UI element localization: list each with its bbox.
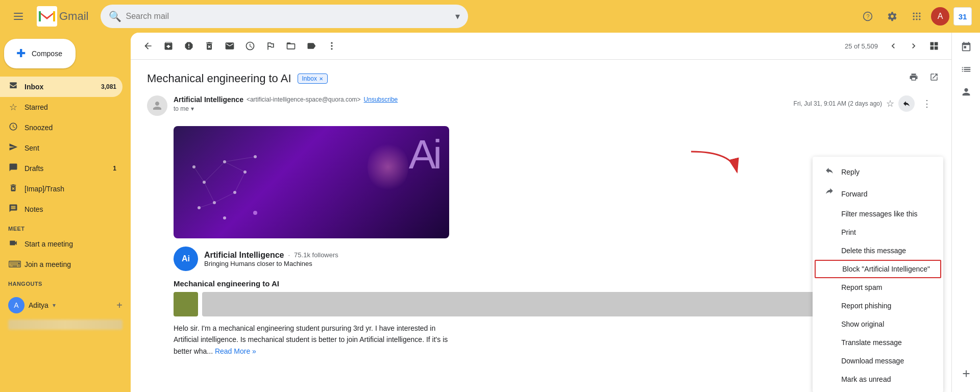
start-meeting-label: Start a meeting: [24, 240, 116, 248]
inbox-badge-close[interactable]: ✕: [319, 76, 323, 82]
settings-button[interactable]: [882, 6, 902, 27]
right-sidebar-contacts-icon[interactable]: [956, 82, 976, 102]
hangouts-user-avatar: A: [8, 297, 24, 313]
user-avatar[interactable]: A: [931, 7, 949, 26]
reply-icon-button[interactable]: [898, 95, 915, 112]
ai-followers: 75.1k followers: [294, 251, 338, 259]
sidebar-item-notes[interactable]: Notes: [0, 199, 122, 219]
dropdown-report-phishing[interactable]: Report phishing: [813, 297, 943, 315]
dropdown-delete-message[interactable]: Delete this message: [813, 241, 943, 260]
search-dropdown-icon[interactable]: ▾: [455, 11, 460, 22]
gmail-m-icon: [37, 6, 57, 27]
dropdown-report-spam-label: Report spam: [841, 283, 882, 291]
dropdown-filter-messages[interactable]: Filter messages like this: [813, 205, 943, 223]
delete-button[interactable]: [200, 37, 218, 55]
sidebar-item-snoozed[interactable]: Snoozed: [0, 117, 122, 138]
sidebar-item-start-meeting[interactable]: Start a meeting: [0, 234, 122, 254]
help-button[interactable]: ?: [857, 6, 878, 27]
email-body-text: Helo sir. I'm a mechanical engineering s…: [174, 323, 449, 357]
inbox-badge-label: Inbox: [302, 75, 317, 82]
search-input[interactable]: [126, 12, 451, 21]
toolbar-more-button[interactable]: [323, 37, 341, 55]
archive-button[interactable]: [159, 37, 178, 55]
sender-email: <artificial-intelligence-space@quora.com…: [247, 96, 361, 103]
dropdown-print-label: Print: [841, 228, 856, 236]
dropdown-block[interactable]: Block "Artificial Intelligence": [815, 260, 941, 278]
hangouts-user-row[interactable]: A Aditya ▾ +: [8, 295, 122, 315]
sidebar-item-drafts[interactable]: Drafts 1: [0, 158, 122, 179]
svg-line-36: [235, 172, 245, 192]
apps-button[interactable]: [906, 6, 927, 27]
right-sidebar-calendar-icon[interactable]: [956, 37, 976, 57]
compose-plus-icon: ✚: [16, 47, 26, 60]
dropdown-translate[interactable]: Translate message: [813, 333, 943, 352]
blurred-bar-1: [8, 320, 122, 330]
star-button[interactable]: ☆: [886, 98, 894, 109]
ai-name: Artificial Intelligence: [204, 251, 284, 260]
right-sidebar-tasks-icon[interactable]: [956, 59, 976, 80]
sidebar-item-starred[interactable]: ☆ Starred: [0, 97, 122, 117]
sidebar-item-sent[interactable]: Sent: [0, 138, 122, 158]
drafts-label: Drafts: [24, 164, 107, 173]
dropdown-forward[interactable]: Forward: [813, 183, 943, 205]
snooze-button[interactable]: [241, 37, 259, 55]
sidebar: ✚ Compose Inbox 3,081 ☆ Starred Snoozed …: [0, 33, 131, 392]
dropdown-download-label: Download message: [841, 357, 904, 365]
hamburger-button[interactable]: [8, 6, 29, 27]
prev-email-button[interactable]: [884, 37, 902, 55]
view-toggle-button[interactable]: [925, 37, 943, 55]
svg-rect-20: [930, 46, 934, 50]
next-email-button[interactable]: [904, 37, 923, 55]
calendar-badge[interactable]: 31: [953, 7, 972, 26]
dropdown-reply[interactable]: Reply: [813, 161, 943, 183]
dropdown-report-spam[interactable]: Report spam: [813, 278, 943, 297]
label-button[interactable]: [302, 37, 321, 55]
svg-point-16: [331, 45, 332, 46]
right-sidebar-plus-icon[interactable]: [956, 363, 976, 384]
more-options-button[interactable]: ⋮: [919, 95, 935, 112]
open-in-new-button[interactable]: [925, 68, 943, 86]
move-button[interactable]: [282, 37, 300, 55]
svg-point-11: [919, 15, 920, 17]
dropdown-filter-label: Filter messages like this: [841, 210, 917, 218]
inbox-badge: Inbox ✕: [298, 74, 328, 84]
compose-label: Compose: [32, 50, 62, 58]
search-bar: 🔍 ▾: [101, 5, 468, 28]
sidebar-item-imap-trash[interactable]: [Imap]/Trash: [0, 179, 122, 199]
dropdown-print[interactable]: Print: [813, 223, 943, 241]
svg-text:?: ?: [867, 13, 870, 19]
sent-icon: [8, 142, 18, 154]
svg-point-10: [916, 15, 917, 17]
svg-point-6: [913, 13, 915, 14]
sidebar-item-inbox[interactable]: Inbox 3,081: [0, 77, 122, 97]
mark-unread-toolbar-button[interactable]: [220, 37, 239, 55]
snoozed-label: Snoozed: [24, 124, 116, 132]
svg-line-38: [194, 167, 204, 182]
dropdown-mark-unread[interactable]: Mark as unread: [813, 370, 943, 388]
email-date: Fri, Jul 31, 9:01 AM (2 days ago): [794, 100, 882, 107]
dropdown-download[interactable]: Download message: [813, 352, 943, 370]
sidebar-item-join-meeting[interactable]: ⌨ Join a meeting: [0, 254, 122, 275]
svg-line-39: [199, 203, 214, 208]
svg-rect-18: [930, 42, 934, 46]
topbar: Gmail 🔍 ▾ ? A 31: [0, 0, 980, 33]
svg-rect-2: [14, 19, 23, 20]
compose-button[interactable]: ✚ Compose: [4, 39, 76, 68]
dropdown-block-label: Block "Artificial Intelligence": [842, 265, 930, 273]
join-meeting-icon: ⌨: [8, 259, 18, 270]
inbox-icon: [8, 81, 18, 93]
task-button[interactable]: [261, 37, 280, 55]
hangouts-add-icon[interactable]: +: [116, 300, 122, 311]
dropdown-show-original[interactable]: Show original: [813, 315, 943, 333]
email-header: Artificial Intelligence <artificial-inte…: [147, 95, 935, 116]
sender-name: Artificial Intelligence: [174, 95, 243, 104]
read-more-link[interactable]: Read More »: [215, 347, 256, 355]
unsubscribe-link[interactable]: Unsubscribe: [364, 96, 398, 103]
print-icon-button[interactable]: [904, 68, 923, 86]
to-me-label[interactable]: to me: [174, 105, 189, 112]
to-me-chevron[interactable]: ▾: [191, 105, 194, 112]
back-button[interactable]: [139, 37, 157, 55]
sent-label: Sent: [24, 144, 116, 152]
spam-report-button[interactable]: [180, 37, 198, 55]
reply-dropdown-icon: [825, 166, 835, 178]
